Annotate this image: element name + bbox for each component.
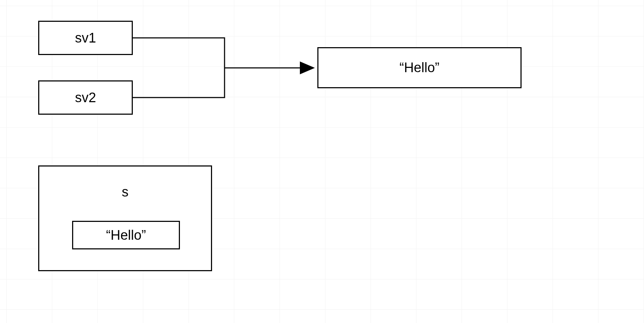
node-hello-inner: “Hello” <box>72 221 180 249</box>
node-sv2: sv2 <box>38 80 133 115</box>
node-hello-right: “Hello” <box>317 47 522 88</box>
node-hello-inner-label: “Hello” <box>106 228 146 243</box>
node-sv1-label: sv1 <box>75 30 96 46</box>
node-sv1: sv1 <box>38 21 133 55</box>
node-s-outer: s “Hello” <box>38 165 212 271</box>
node-s-label: s <box>122 184 129 200</box>
node-hello-right-label: “Hello” <box>399 60 439 75</box>
node-sv2-label: sv2 <box>75 90 96 105</box>
